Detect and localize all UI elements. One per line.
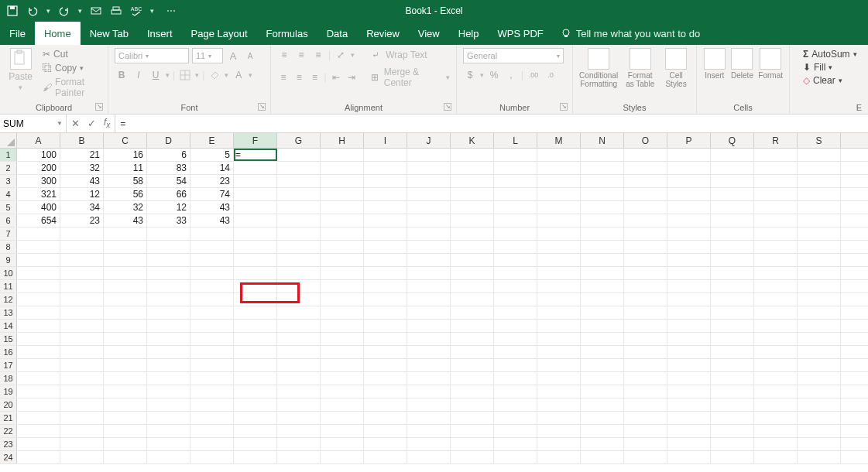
cell-E23[interactable] [190, 438, 234, 450]
cell-G8[interactable] [277, 241, 321, 253]
cell-D8[interactable] [147, 241, 190, 253]
cell-B19[interactable] [60, 385, 104, 398]
cell-P15[interactable] [667, 333, 711, 345]
cell-P9[interactable] [667, 254, 711, 266]
percent-icon[interactable]: % [487, 68, 501, 82]
cell-F24[interactable] [234, 451, 277, 463]
cell-L6[interactable] [494, 214, 537, 227]
cell-A14[interactable] [17, 320, 60, 332]
cell-L24[interactable] [494, 451, 537, 463]
cell-A16[interactable] [17, 346, 60, 358]
cell-P16[interactable] [667, 346, 711, 358]
row-header-15[interactable]: 15 [0, 333, 17, 345]
cell-J6[interactable] [407, 214, 451, 227]
cell-L3[interactable] [494, 175, 537, 187]
underline-button[interactable]: U [149, 68, 163, 82]
cell-C14[interactable] [104, 320, 147, 332]
cell-B9[interactable] [60, 254, 104, 266]
cell-K8[interactable] [451, 241, 494, 253]
cell-S17[interactable] [798, 359, 841, 371]
cell-J14[interactable] [407, 320, 451, 332]
row-header-3[interactable]: 3 [0, 175, 17, 187]
cell-C8[interactable] [104, 241, 147, 253]
cell-G9[interactable] [277, 254, 321, 266]
cell-L17[interactable] [494, 359, 537, 371]
cell-F20[interactable] [234, 398, 277, 411]
row-header-6[interactable]: 6 [0, 214, 17, 227]
row-header-20[interactable]: 20 [0, 398, 17, 411]
cell-K2[interactable] [451, 162, 494, 174]
cell-C11[interactable] [104, 280, 147, 292]
row-header-21[interactable]: 21 [0, 412, 17, 424]
tab-formulas[interactable]: Formulas [257, 22, 317, 45]
cell-F8[interactable] [234, 241, 277, 253]
cell-O24[interactable] [624, 451, 667, 463]
cell-S5[interactable] [798, 201, 841, 214]
cell-B6[interactable]: 23 [60, 214, 104, 227]
cell-K11[interactable] [451, 280, 494, 292]
cell-L7[interactable] [494, 227, 537, 240]
cell-C5[interactable]: 32 [104, 201, 147, 214]
cell-Q12[interactable] [711, 293, 754, 306]
cell-A1[interactable]: 100 [17, 149, 60, 161]
cell-L21[interactable] [494, 412, 537, 424]
row-header-5[interactable]: 5 [0, 201, 17, 214]
cell-F5[interactable] [234, 201, 277, 214]
cell-S20[interactable] [798, 398, 841, 411]
cell-D24[interactable] [147, 451, 190, 463]
cell-O7[interactable] [624, 227, 667, 240]
cell-O17[interactable] [624, 359, 667, 371]
cell-C20[interactable] [104, 398, 147, 411]
cell-R9[interactable] [754, 254, 798, 266]
cell-M24[interactable] [537, 451, 581, 463]
cell-P3[interactable] [667, 175, 711, 187]
cell-Q24[interactable] [711, 451, 754, 463]
format-painter-button[interactable]: 🖌Format Painter [39, 76, 101, 99]
cell-R11[interactable] [754, 280, 798, 292]
cell-D9[interactable] [147, 254, 190, 266]
cell-A11[interactable] [17, 280, 60, 292]
cell-S1[interactable] [798, 149, 841, 161]
cell-N12[interactable] [581, 293, 624, 306]
cell-E7[interactable] [190, 227, 234, 240]
cell-L1[interactable] [494, 149, 537, 161]
cell-S23[interactable] [798, 438, 841, 450]
cell-K18[interactable] [451, 372, 494, 385]
cell-M15[interactable] [537, 333, 581, 345]
cell-R15[interactable] [754, 333, 798, 345]
cell-F10[interactable] [234, 267, 277, 279]
cell-L10[interactable] [494, 267, 537, 279]
cell-C21[interactable] [104, 412, 147, 424]
cell-G1[interactable] [277, 149, 321, 161]
cell-F2[interactable] [234, 162, 277, 174]
cell-O11[interactable] [624, 280, 667, 292]
cell-D13[interactable] [147, 306, 190, 319]
cell-O16[interactable] [624, 346, 667, 358]
cell-A19[interactable] [17, 385, 60, 398]
cell-B24[interactable] [60, 451, 104, 463]
cell-K3[interactable] [451, 175, 494, 187]
cell-D12[interactable] [147, 293, 190, 306]
cell-J5[interactable] [407, 201, 451, 214]
cell-E10[interactable] [190, 267, 234, 279]
cell-S6[interactable] [798, 214, 841, 227]
cell-M12[interactable] [537, 293, 581, 306]
cell-Q8[interactable] [711, 241, 754, 253]
cell-A20[interactable] [17, 398, 60, 411]
cell-E11[interactable] [190, 280, 234, 292]
row-header-2[interactable]: 2 [0, 162, 17, 174]
cell-R13[interactable] [754, 306, 798, 319]
column-header-N[interactable]: N [581, 133, 624, 148]
alignment-dialog-launcher[interactable]: ↘ [444, 103, 451, 111]
cell-J24[interactable] [407, 451, 451, 463]
cell-F21[interactable] [234, 412, 277, 424]
cell-I11[interactable] [364, 280, 407, 292]
cell-R19[interactable] [754, 385, 798, 398]
cell-A13[interactable] [17, 306, 60, 319]
cell-E18[interactable] [190, 372, 234, 385]
cell-A6[interactable]: 654 [17, 214, 60, 227]
cell-I2[interactable] [364, 162, 407, 174]
cell-G3[interactable] [277, 175, 321, 187]
cell-G16[interactable] [277, 346, 321, 358]
cell-D15[interactable] [147, 333, 190, 345]
